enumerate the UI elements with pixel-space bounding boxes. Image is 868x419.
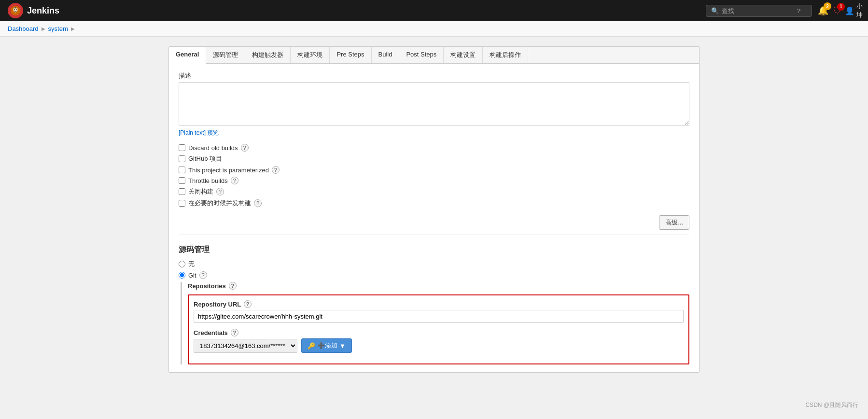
header-icons: 🔔 2 🛡 1 👤 小坤	[818, 4, 860, 17]
tab-build-env[interactable]: 构建环境	[291, 47, 330, 63]
notification-count: 2	[824, 2, 831, 10]
repositories-label: Repositories ?	[188, 282, 689, 290]
search-bar[interactable]: 🔍 ?	[706, 5, 812, 17]
preview-link[interactable]: [Plain text] 预览	[179, 129, 219, 137]
svg-point-3	[16, 9, 17, 10]
credentials-row: 18373134264@163.com/****** 🔑 ➕添加 ▼	[194, 338, 684, 353]
repo-url-label: Repository URL ?	[194, 300, 684, 308]
parameterized-label: This project is parameterized	[188, 167, 269, 174]
radio-git-input[interactable]	[179, 272, 185, 279]
radio-none-label: 无	[188, 260, 195, 268]
svg-rect-4	[14, 7, 16, 9]
checkbox-concurrent-build: 在必要的时候并发构建 ?	[179, 199, 689, 208]
breadcrumb-system[interactable]: system	[48, 25, 68, 32]
jenkins-icon	[8, 3, 23, 18]
credentials-help[interactable]: ?	[231, 329, 238, 336]
preview-anchor[interactable]: [Plain text] 预览	[179, 129, 219, 136]
credentials-select[interactable]: 18373134264@163.com/******	[194, 339, 297, 353]
close-build-label: 关闭构建	[188, 187, 213, 196]
app-name: Jenkins	[27, 6, 59, 16]
checkbox-discard-builds: Discard old builds ?	[179, 144, 689, 152]
tab-build-trigger[interactable]: 构建触发器	[245, 47, 291, 63]
config-panel: General 源码管理 构建触发器 构建环境 Pre Steps Build …	[168, 46, 700, 373]
concurrent-build-help[interactable]: ?	[254, 199, 262, 207]
throttle-builds-checkbox[interactable]	[179, 177, 185, 184]
checkbox-close-build: 关闭构建 ?	[179, 187, 689, 196]
breadcrumb-sep-2: ▶	[71, 26, 75, 31]
tab-pre-steps[interactable]: Pre Steps	[330, 47, 371, 63]
repo-url-label-text: Repository URL	[194, 301, 241, 308]
description-textarea[interactable]	[179, 82, 689, 126]
credentials-label-text: Credentials	[194, 329, 228, 336]
description-label: 描述	[179, 71, 689, 80]
checkbox-parameterized: This project is parameterized ?	[179, 166, 689, 174]
breadcrumb-dashboard[interactable]: Dashboard	[8, 25, 39, 32]
repositories-label-text: Repositories	[188, 282, 226, 290]
user-name: 小坤	[856, 2, 863, 19]
close-build-checkbox[interactable]	[179, 188, 185, 195]
tab-post-steps[interactable]: Post Steps	[399, 47, 444, 63]
tab-build-settings[interactable]: 构建设置	[444, 47, 483, 63]
breadcrumb-sep-1: ▶	[42, 26, 45, 31]
user-menu[interactable]: 👤 小坤	[847, 4, 860, 17]
tab-general[interactable]: General	[169, 47, 206, 64]
section-divider	[179, 235, 689, 235]
github-project-checkbox[interactable]	[179, 155, 185, 162]
throttle-builds-label: Throttle builds	[188, 177, 228, 184]
repo-url-group: Repository URL ?	[194, 300, 684, 323]
tab-bar: General 源码管理 构建触发器 构建环境 Pre Steps Build …	[169, 47, 699, 64]
breadcrumb: Dashboard ▶ system ▶	[0, 21, 868, 37]
discard-builds-help[interactable]: ?	[241, 144, 249, 152]
general-checkboxes: Discard old builds ? GitHub 项目 This proj…	[179, 144, 689, 208]
app-logo[interactable]: Jenkins	[8, 3, 59, 18]
concurrent-build-checkbox[interactable]	[179, 200, 185, 207]
notification-bell[interactable]: 🔔 2	[818, 5, 828, 16]
parameterized-help[interactable]: ?	[272, 166, 280, 174]
tab-content: 描述 [Plain text] 预览 Discard old builds ? …	[169, 64, 699, 372]
main-content: General 源码管理 构建触发器 构建环境 Pre Steps Build …	[0, 37, 868, 382]
add-btn-label: ➕添加	[317, 341, 337, 350]
search-input[interactable]	[722, 7, 794, 14]
svg-point-2	[14, 9, 15, 10]
alert-count: 1	[837, 3, 845, 11]
close-build-help[interactable]: ?	[216, 188, 224, 196]
radio-git-help[interactable]: ?	[199, 271, 207, 279]
tab-build[interactable]: Build	[372, 47, 400, 63]
repositories-section: Repositories ? Repository URL ?	[181, 282, 689, 364]
highlight-box: Repository URL ? Credentials ?	[188, 294, 689, 364]
repositories-help[interactable]: ?	[229, 282, 237, 290]
tab-source-mgmt[interactable]: 源码管理	[206, 47, 245, 63]
concurrent-build-label: 在必要的时候并发构建	[188, 199, 251, 208]
credentials-group: Credentials ? 18373134264@163.com/******…	[194, 329, 684, 353]
add-icon: 🔑	[308, 342, 315, 349]
add-credentials-button[interactable]: 🔑 ➕添加 ▼	[301, 338, 352, 353]
discard-builds-checkbox[interactable]	[179, 144, 185, 151]
checkbox-throttle-builds: Throttle builds ?	[179, 177, 689, 184]
parameterized-checkbox[interactable]	[179, 167, 185, 173]
tab-post-actions[interactable]: 构建后操作	[483, 47, 528, 63]
add-dropdown-icon: ▼	[339, 342, 346, 349]
source-mgmt-title: 源码管理	[179, 245, 689, 255]
header: Jenkins 🔍 ? 🔔 2 🛡 1 👤 小坤	[0, 0, 868, 21]
advanced-btn-row: 高级...	[179, 215, 689, 230]
alert-icon-wrapper[interactable]: 🛡 1	[833, 6, 842, 16]
throttle-builds-help[interactable]: ?	[231, 177, 238, 184]
github-project-label: GitHub 项目	[188, 154, 222, 163]
advanced-button[interactable]: 高级...	[659, 215, 689, 230]
radio-git-label: Git	[188, 272, 196, 279]
radio-git: Git ?	[179, 271, 689, 279]
radio-none-input[interactable]	[179, 261, 185, 267]
checkbox-github-project: GitHub 项目	[179, 154, 689, 163]
radio-none: 无	[179, 260, 689, 268]
search-icon: 🔍	[711, 7, 719, 14]
repo-url-input[interactable]	[194, 310, 684, 323]
user-icon: 👤	[845, 6, 854, 15]
repo-url-help[interactable]: ?	[244, 300, 252, 308]
credentials-label: Credentials ?	[194, 329, 684, 336]
discard-builds-label: Discard old builds	[188, 144, 238, 152]
help-icon: ?	[797, 7, 800, 14]
